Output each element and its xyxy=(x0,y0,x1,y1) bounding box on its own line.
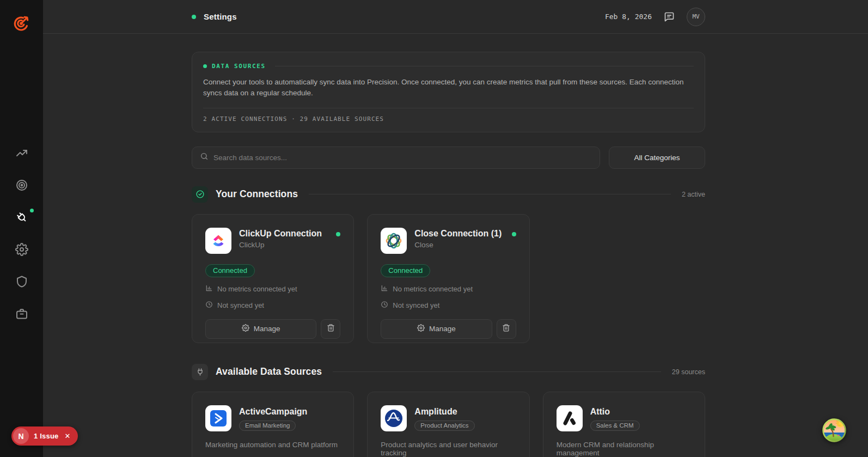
source-name: Attio xyxy=(590,406,692,417)
trash-icon xyxy=(327,324,335,334)
dev-issues-badge[interactable]: N 1 Issue ✕ xyxy=(11,426,78,446)
status-badge: Connected xyxy=(205,264,255,277)
shield-icon xyxy=(15,281,28,290)
connection-source: Close xyxy=(414,241,504,249)
trash-icon xyxy=(502,324,510,334)
avatar[interactable]: MV xyxy=(687,8,705,26)
connected-status-dot xyxy=(512,232,516,236)
divider xyxy=(309,194,671,194)
amplitude-logo-icon xyxy=(381,405,407,431)
source-name: Amplitude xyxy=(414,406,516,417)
connections-count: 2 active xyxy=(682,191,705,198)
search-row: All Categories xyxy=(192,147,705,169)
category-badge: Email Marketing xyxy=(239,421,296,431)
gear-icon xyxy=(242,324,249,333)
manage-button[interactable]: Manage xyxy=(381,319,492,339)
sync-row: Not synced yet xyxy=(205,301,340,310)
search-input[interactable] xyxy=(213,154,592,162)
available-sources-grid: ActiveCampaign Email Marketing Marketing… xyxy=(192,392,705,457)
sync-row: Not synced yet xyxy=(381,301,516,310)
sidebar-item-trending[interactable] xyxy=(15,147,28,160)
empty-grid-cell xyxy=(543,214,705,343)
divider xyxy=(333,371,661,372)
data-sources-panel: DATA SOURCES Connect your tools to autom… xyxy=(192,52,705,132)
source-description: Product analytics and user behavior trac… xyxy=(381,441,516,457)
sync-text: Not synced yet xyxy=(217,301,264,309)
clock-icon xyxy=(205,301,213,310)
desert-island-icon xyxy=(822,418,846,442)
panel-label: DATA SOURCES xyxy=(212,63,266,70)
sidebar-item-targets[interactable] xyxy=(15,179,28,192)
metrics-text: No metrics connected yet xyxy=(217,285,297,293)
target-icon xyxy=(15,184,28,193)
trending-up-icon xyxy=(15,152,28,161)
available-sources-header: Available Data Sources 29 sources xyxy=(192,364,705,380)
sync-text: Not synced yet xyxy=(393,301,439,309)
source-card-attio[interactable]: Attio Sales & CRM Modern CRM and relatio… xyxy=(543,392,705,457)
source-card-amplitude[interactable]: Amplitude Product Analytics Product anal… xyxy=(367,392,529,457)
search-icon xyxy=(200,152,209,163)
clickup-logo-icon xyxy=(205,228,231,254)
connections-grid: ClickUp Connection ClickUp Connected No … xyxy=(192,214,705,343)
sidebar-item-connections[interactable] xyxy=(15,211,28,224)
plug-icon xyxy=(15,216,28,226)
close-icon[interactable]: ✕ xyxy=(65,432,71,440)
section-title: Available Data Sources xyxy=(216,366,322,377)
metrics-row: No metrics connected yet xyxy=(381,284,516,294)
sidebar-nav xyxy=(0,147,43,320)
sidebar-item-security[interactable] xyxy=(15,275,28,288)
bar-chart-icon xyxy=(381,284,388,294)
metrics-row: No metrics connected yet xyxy=(205,284,340,294)
close-crm-logo-icon xyxy=(381,228,407,254)
connection-name: Close Connection (1) xyxy=(414,229,504,239)
source-description: Marketing automation and CRM platform xyxy=(205,441,340,449)
panel-status-dot xyxy=(203,64,207,68)
island-widget-button[interactable] xyxy=(822,418,846,442)
activecampaign-logo-icon xyxy=(205,405,231,431)
connection-card-clickup: ClickUp Connection ClickUp Connected No … xyxy=(192,214,354,343)
attio-logo-icon xyxy=(557,405,583,431)
plug-icon xyxy=(192,364,208,380)
section-title: Your Connections xyxy=(216,188,298,200)
panel-stats: 2 ACTIVE CONNECTIONS · 29 AVAILABLE SOUR… xyxy=(203,115,694,123)
sources-count: 29 sources xyxy=(672,368,705,376)
nextjs-logo-icon: N xyxy=(13,428,29,444)
divider xyxy=(203,108,694,108)
main-content: DATA SOURCES Connect your tools to autom… xyxy=(43,34,868,457)
gear-icon xyxy=(15,248,28,258)
comment-icon[interactable] xyxy=(664,11,675,22)
source-description: Modern CRM and relationship management xyxy=(557,441,692,457)
source-name: ActiveCampaign xyxy=(239,406,340,417)
connection-name: ClickUp Connection xyxy=(239,229,328,239)
your-connections-header: Your Connections 2 active xyxy=(192,186,705,203)
category-filter-button[interactable]: All Categories xyxy=(609,147,705,169)
manage-label: Manage xyxy=(429,325,456,333)
page-status-dot xyxy=(192,15,196,19)
sidebar xyxy=(0,0,43,457)
manage-button[interactable]: Manage xyxy=(205,319,316,339)
panel-description: Connect your tools to automatically sync… xyxy=(203,77,694,99)
gear-icon xyxy=(417,324,425,333)
briefcase-icon xyxy=(15,313,28,322)
page-title: Settings xyxy=(204,12,237,21)
app-logo-target-dart-icon[interactable] xyxy=(11,13,32,34)
manage-label: Manage xyxy=(254,325,280,333)
bar-chart-icon xyxy=(205,284,213,294)
delete-connection-button[interactable] xyxy=(321,319,340,339)
category-badge: Product Analytics xyxy=(414,421,474,431)
category-badge: Sales & CRM xyxy=(590,421,640,431)
status-badge: Connected xyxy=(381,264,430,277)
divider xyxy=(275,66,694,66)
delete-connection-button[interactable] xyxy=(497,319,516,339)
sidebar-item-workspace[interactable] xyxy=(15,307,28,320)
search-box[interactable] xyxy=(192,147,600,169)
active-status-dot xyxy=(30,209,34,212)
top-header: Settings Feb 8, 2026 MV xyxy=(43,0,868,34)
connected-status-dot xyxy=(336,232,340,236)
clock-icon xyxy=(381,301,388,310)
source-card-activecampaign[interactable]: ActiveCampaign Email Marketing Marketing… xyxy=(192,392,354,457)
metrics-text: No metrics connected yet xyxy=(393,285,473,293)
issue-count-label: 1 Issue xyxy=(34,432,59,440)
sidebar-item-settings[interactable] xyxy=(15,243,28,256)
check-circle-icon xyxy=(192,186,208,203)
